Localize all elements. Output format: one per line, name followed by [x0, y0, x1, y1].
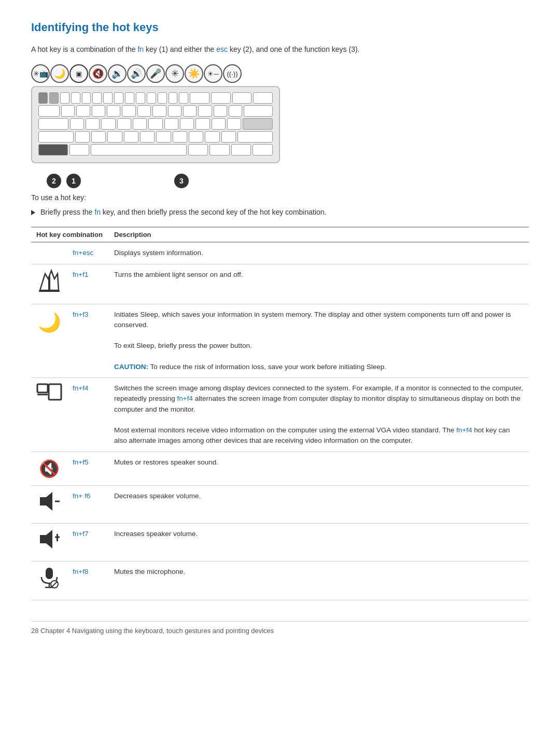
hotkey-table: Hot key combination Description fn+esc D… — [31, 227, 529, 600]
table-row: fn+f4 Switches the screen image among di… — [31, 378, 529, 452]
desc-f7: Increases speaker volume. — [109, 523, 529, 561]
combo-f1: fn+f1 — [67, 264, 109, 304]
icon-brightness-auto: ☀─ — [204, 64, 222, 83]
combo-f4: fn+f4 — [67, 378, 109, 452]
desc-f8: Mutes the microphone. — [109, 561, 529, 600]
icon-cell-f7 — [31, 523, 67, 561]
icon-display-switch: ▣ — [69, 64, 88, 83]
desc-f3-p1: Initiates Sleep, which saves your inform… — [114, 310, 524, 331]
svg-marker-8 — [40, 530, 52, 549]
combo-f8: fn+f8 — [67, 561, 109, 600]
fn-f4-link-2: fn+f4 — [456, 426, 472, 434]
keyboard-diagram-section: ✳︎📺 🌙 ▣ 🔇 🔉 🔊 🎤 ✳ ☀️ ☀─ ((·)) — [31, 64, 290, 188]
icon-mute: 🔇 — [89, 64, 107, 83]
ambient-light-icon — [37, 269, 62, 293]
combo-f5: fn+f5 — [67, 452, 109, 485]
combo-f6: fn+ f6 — [67, 485, 109, 523]
mic-mute-icon — [37, 566, 61, 589]
icon-cell-f6 — [31, 485, 67, 523]
svg-rect-3 — [37, 384, 48, 392]
icon-asterisk-display: ✳︎📺 — [31, 64, 50, 83]
keyboard-body — [31, 86, 280, 163]
combo-f7: fn+f7 — [67, 523, 109, 561]
icon-wifi: ((·)) — [223, 64, 242, 83]
fn-link-intro: fn — [137, 45, 144, 53]
footer: 28 Chapter 4 Navigating using the keyboa… — [31, 621, 529, 635]
icon-mic-mute: 🎤 — [146, 64, 165, 83]
table-row: fn+ f6 Decreases speaker volume. — [31, 485, 529, 523]
combo-f3: fn+f3 — [67, 304, 109, 378]
icon-cell-f1 — [31, 264, 67, 304]
esc-link-intro: esc — [216, 45, 228, 53]
triangle-bullet-icon — [31, 210, 35, 215]
desc-f5: Mutes or restores speaker sound. — [109, 452, 529, 485]
icon-cell-f4 — [31, 378, 67, 452]
icon-brightness-sensor: ✳ — [165, 64, 184, 83]
desc-f3-p2: To exit Sleep, briefly press the power b… — [114, 341, 524, 351]
table-row: 🌙 fn+f3 Initiates Sleep, which saves you… — [31, 304, 529, 378]
table-row: fn+esc Displays system information. — [31, 242, 529, 264]
svg-rect-2 — [48, 276, 50, 291]
bullet-item: Briefly press the fn key, and then brief… — [31, 208, 529, 216]
table-row: fn+f8 Mutes the microphone. — [31, 561, 529, 600]
page-title: Identifying the hot keys — [31, 21, 529, 34]
icon-moon: 🌙 — [50, 64, 69, 83]
display-switch-icon — [36, 382, 62, 403]
bullet-text-end: key, and then briefly press the second k… — [101, 208, 327, 216]
use-hotkey-label: To use a hot key: — [31, 193, 529, 202]
icon-cell-esc — [31, 242, 67, 264]
desc-f4: Switches the screen image among display … — [109, 378, 529, 452]
svg-rect-4 — [49, 384, 61, 400]
callout-3: 3 — [174, 174, 189, 188]
combo-esc: fn+esc — [67, 242, 109, 264]
icon-cell-f8 — [31, 561, 67, 600]
intro-text-end: key (2), and one of the function keys (3… — [228, 45, 359, 53]
bullet-text: Briefly press the fn key, and then brief… — [40, 208, 327, 216]
table-row: fn+f7 Increases speaker volume. — [31, 523, 529, 561]
fn-link-bullet: fn — [94, 208, 101, 216]
fn-f4-link-1: fn+f4 — [177, 395, 193, 402]
callout-1: 1 — [66, 174, 81, 188]
desc-f6: Decreases speaker volume. — [109, 485, 529, 523]
desc-esc: Displays system information. — [109, 242, 529, 264]
table-row: fn+f1 Turns the ambient light sensor on … — [31, 264, 529, 304]
callout-numbers: 2 1 3 — [47, 174, 290, 188]
bullet-text-before: Briefly press the — [40, 208, 94, 216]
svg-rect-11 — [46, 568, 53, 579]
intro-text-before: A hot key is a combination of the — [31, 45, 137, 53]
table-row: 🔇 fn+f5 Mutes or restores speaker sound. — [31, 452, 529, 485]
vol-down-icon — [38, 490, 61, 513]
svg-marker-6 — [40, 492, 52, 511]
intro-paragraph: A hot key is a combination of the fn key… — [31, 44, 529, 55]
vol-up-icon — [38, 528, 61, 551]
desc-f3-caution: CAUTION: To reduce the risk of informati… — [114, 362, 524, 372]
icon-brightness-up: ☀️ — [185, 64, 203, 83]
keyboard-top-icons: ✳︎📺 🌙 ▣ 🔇 🔉 🔊 🎤 ✳ ☀️ ☀─ ((·)) — [31, 64, 290, 83]
desc-f3: Initiates Sleep, which saves your inform… — [109, 304, 529, 378]
icon-cell-f3: 🌙 — [31, 304, 67, 378]
icon-vol-up: 🔊 — [127, 64, 146, 83]
callout-2: 2 — [47, 174, 61, 188]
caution-label: CAUTION: — [114, 363, 148, 371]
desc-f4-p1: Switches the screen image among display … — [114, 383, 524, 415]
desc-f4-p2: Most external monitors receive video inf… — [114, 425, 524, 446]
icon-vol-down: 🔉 — [108, 64, 127, 83]
intro-text-mid: key (1) and either the — [144, 45, 216, 53]
th-combo: Hot key combination — [31, 227, 109, 242]
desc-f1: Turns the ambient light sensor on and of… — [109, 264, 529, 304]
icon-cell-f5: 🔇 — [31, 452, 67, 485]
th-desc: Description — [109, 227, 529, 242]
